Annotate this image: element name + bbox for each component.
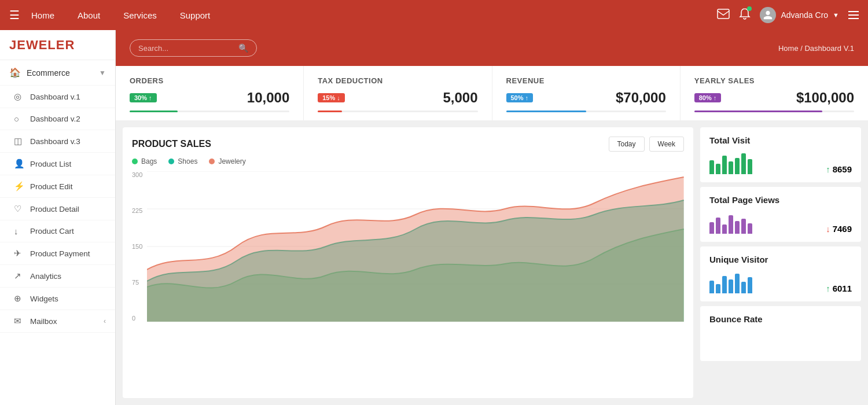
person-icon: 👤 xyxy=(14,159,24,169)
mail-icon[interactable] xyxy=(717,9,730,22)
hamburger-icon[interactable]: ☰ xyxy=(9,8,20,22)
mailbox-collapse-icon: ‹ xyxy=(104,317,106,325)
ecommerce-label: Ecommerce xyxy=(27,68,93,78)
total-visit-value: ↑8659 xyxy=(826,164,852,174)
unique-visitor-value: ↑6011 xyxy=(826,284,852,293)
right-panel: Total Visit ↑8659 xyxy=(700,120,868,405)
legend-shoes: Shoes xyxy=(168,157,197,165)
stat-title: YEARLY SALES xyxy=(694,76,854,85)
search-input[interactable] xyxy=(138,44,234,53)
payment-icon: ✈ xyxy=(14,248,24,259)
metric-row: ↑8659 xyxy=(709,151,852,174)
total-page-views-bars xyxy=(709,211,752,234)
nav-about[interactable]: About xyxy=(78,10,100,20)
chart-area: PRODUCT SALES Today Week Bags Shoes xyxy=(123,127,693,398)
stat-tax-deduction: TAX DEDUCTION 15% ↓ 5,000 xyxy=(304,66,492,120)
week-button[interactable]: Week xyxy=(649,137,684,152)
sidebar-item-label: Dashboard v.2 xyxy=(30,115,80,123)
metric-unique-visitor: Unique Visitor ↑6011 xyxy=(700,246,861,301)
sidebar-ecommerce-section[interactable]: 🏠 Ecommerce ▼ xyxy=(0,60,115,86)
sidebar-item-mailbox[interactable]: ✉ Mailbox ‹ xyxy=(0,310,115,333)
sidebar-item-label: Product Detail xyxy=(30,205,79,213)
metric-total-page-views: Total Page Views ↓7469 xyxy=(700,187,861,242)
user-dropdown-icon: ▼ xyxy=(833,12,839,19)
breadcrumb: Home / Dashboard V.1 xyxy=(778,44,854,53)
search-box[interactable]: 🔍 xyxy=(130,39,257,57)
stats-row: ORDERS 30% ↑ 10,000 TAX DEDUCTION 15% ↓ … xyxy=(116,66,868,120)
sidebar-item-label: Mailbox xyxy=(30,317,57,326)
metric-row: ↓7469 xyxy=(709,211,852,234)
lightning-icon: ⚡ xyxy=(14,181,24,192)
metric-bounce-rate: Bounce Rate xyxy=(700,306,861,361)
dashboard1-icon: ◎ xyxy=(14,91,24,102)
cart-icon: ↓ xyxy=(14,226,24,236)
main-content: 🔍 Home / Dashboard V.1 ORDERS 30% ↑ 10,0… xyxy=(116,30,868,405)
chart-actions: Today Week xyxy=(609,137,685,152)
stat-title: REVENUE xyxy=(506,76,666,85)
total-visit-bars xyxy=(709,151,752,174)
user-profile[interactable]: Advanda Cro ▼ xyxy=(760,7,839,23)
sidebar-item-product-cart[interactable]: ↓ Product Cart xyxy=(0,220,115,242)
username: Advanda Cro xyxy=(781,10,828,20)
sidebar-item-analytics[interactable]: ↗ Analytics xyxy=(0,265,115,288)
nav-home[interactable]: Home xyxy=(31,10,54,20)
chart-header: PRODUCT SALES Today Week xyxy=(132,137,684,152)
tax-badge: 15% ↓ xyxy=(318,93,345,102)
avatar xyxy=(760,7,776,23)
content-header: 🔍 Home / Dashboard V.1 xyxy=(116,30,868,66)
heart-icon: ♡ xyxy=(14,204,24,214)
metric-title: Total Visit xyxy=(709,135,852,145)
metric-title: Total Page Views xyxy=(709,195,852,205)
chevron-down-icon: ▼ xyxy=(99,69,106,77)
sidebar-item-dashboard-v3[interactable]: ◫ Dashboard v.3 xyxy=(0,130,115,153)
stat-title: TAX DEDUCTION xyxy=(318,76,477,85)
nav-support[interactable]: Support xyxy=(180,10,211,20)
legend-jewelery-label: Jewelery xyxy=(218,157,245,165)
nav-services[interactable]: Services xyxy=(123,10,157,20)
sidebar-item-label: Dashboard v.1 xyxy=(30,93,80,101)
sidebar-item-widgets[interactable]: ⊕ Widgets xyxy=(0,288,115,310)
orders-badge: 30% ↑ xyxy=(130,93,157,102)
legend-jewelery: Jewelery xyxy=(209,157,245,165)
mailbox-icon: ✉ xyxy=(14,316,24,326)
logo: JEWELER xyxy=(9,38,75,53)
legend-bags-label: Bags xyxy=(141,157,157,165)
logo-area: JEWELER xyxy=(0,30,115,60)
sidebar-item-dashboard-v2[interactable]: ○ Dashboard v.2 xyxy=(0,108,115,130)
chart-title: PRODUCT SALES xyxy=(132,139,211,149)
dashboard2-icon: ○ xyxy=(14,114,24,124)
legend-shoes-label: Shoes xyxy=(178,157,197,165)
home-icon: 🏠 xyxy=(9,67,21,78)
stat-title: ORDERS xyxy=(130,76,289,85)
metric-row: ↑6011 xyxy=(709,270,852,293)
revenue-badge: 50% ↑ xyxy=(506,93,534,102)
svg-rect-0 xyxy=(718,9,729,19)
sidebar-item-product-detail[interactable]: ♡ Product Detail xyxy=(0,198,115,220)
sidebar-item-label: Product Cart xyxy=(30,227,74,235)
stat-yearly-sales: YEARLY SALES 80% ↑ $100,000 xyxy=(681,66,868,120)
sidebar-item-label: Widgets xyxy=(30,294,58,303)
metric-row xyxy=(709,330,852,353)
nav-links: Home About Services Support xyxy=(31,10,717,20)
y-axis-labels: 300 225 150 75 0 xyxy=(132,171,147,322)
yearly-value: $100,000 xyxy=(796,90,854,106)
sidebar-item-label: Product Payment xyxy=(30,249,90,258)
stat-orders: ORDERS 30% ↑ 10,000 xyxy=(116,66,304,120)
sidebar-item-label: Dashboard v.3 xyxy=(30,137,80,146)
today-button[interactable]: Today xyxy=(609,137,645,152)
top-menu-icon[interactable] xyxy=(848,11,859,19)
top-navigation: ☰ Home About Services Support Advanda Cr… xyxy=(0,0,868,30)
sidebar-item-product-edit[interactable]: ⚡ Product Edit xyxy=(0,175,115,198)
search-icon: 🔍 xyxy=(238,43,248,53)
nav-right: Advanda Cro ▼ xyxy=(717,7,859,23)
tax-value: 5,000 xyxy=(443,90,477,106)
sidebar-item-dashboard-v1[interactable]: ◎ Dashboard v.1 xyxy=(0,86,115,108)
sidebar-item-product-list[interactable]: 👤 Product List xyxy=(0,153,115,175)
sidebar-item-product-payment[interactable]: ✈ Product Payment xyxy=(0,242,115,265)
chart-legend: Bags Shoes Jewelery xyxy=(132,157,684,165)
legend-bags: Bags xyxy=(132,157,157,165)
bell-icon[interactable] xyxy=(739,8,751,23)
orders-value: 10,000 xyxy=(247,90,289,106)
dashboard3-icon: ◫ xyxy=(14,136,24,146)
revenue-value: $70,000 xyxy=(616,90,666,106)
